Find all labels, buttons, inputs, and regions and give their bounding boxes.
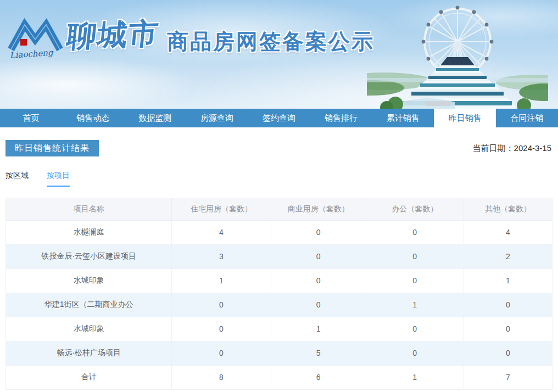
count-cell: 0 [366,244,464,268]
count-cell: 4 [464,220,552,244]
site-banner: Liaocheng 聊城市 商品房网签备案公示 [0,0,558,109]
count-cell: 5 [271,341,366,365]
nav-item-active[interactable]: 昨日销售 [434,109,496,127]
sales-stats-table: 项目名称住宅用房（套数）商业用房（套数）办公（套数）其他（套数） 水樾澜庭400… [5,198,553,390]
nav-item-link[interactable]: 合同注销 [496,109,558,127]
view-tabs: 按区域按项目 [5,171,553,187]
count-cell: 0 [366,268,464,293]
count-cell: 1 [271,317,366,341]
table-row: 水樾澜庭4004 [6,220,553,244]
tab[interactable]: 按区域 [5,171,29,187]
count-cell: 6 [271,365,366,389]
nav-item-link[interactable]: 首页 [0,109,62,127]
count-cell: 4 [172,220,271,244]
column-header: 其他（套数） [464,198,552,220]
count-cell: 0 [464,293,552,317]
count-cell: 0 [172,317,271,341]
count-cell: 0 [271,244,366,268]
current-date-value: 2024-3-15 [514,143,551,153]
column-header: 办公（套数） [366,198,464,220]
count-cell: 0 [366,341,464,365]
project-name-cell: 合计 [6,365,172,389]
project-name-cell: 铁投金辰·云玺小区建设项目 [6,244,172,268]
nav-item-link[interactable]: 销售排行 [310,109,372,127]
column-header: 项目名称 [6,198,172,220]
project-name-cell: 水城印象 [6,268,172,293]
count-cell: 8 [172,365,271,389]
count-cell: 1 [464,268,552,293]
project-name-cell: 水樾澜庭 [6,220,172,244]
column-header: 住宅用房（套数） [172,198,271,220]
main-content: 昨日销售统计结果 当前日期：2024-3-15 按区域按项目 项目名称住宅用房（… [0,140,558,390]
logo-wordmark: Liaocheng [9,47,54,60]
liaocheng-logo-icon: Liaocheng [8,15,64,63]
count-cell: 0 [464,341,552,365]
count-cell: 0 [366,317,464,341]
count-cell: 7 [464,365,552,389]
count-cell: 0 [271,220,366,244]
section-title-badge: 昨日销售统计结果 [5,140,99,156]
nav-item-link[interactable]: 数据监测 [124,109,186,127]
count-cell: 1 [366,293,464,317]
count-cell: 3 [172,244,271,268]
nav-item-link[interactable]: 销售动态 [62,109,124,127]
project-name-cell: 畅远·松桂广场项目 [6,341,172,365]
table-row: 水城印象0100 [6,317,553,341]
table-row: 合计8617 [6,365,553,389]
table-row: 铁投金辰·云玺小区建设项目3002 [6,244,553,268]
count-cell: 0 [271,268,366,293]
count-cell: 2 [464,244,552,268]
count-cell: 0 [172,341,271,365]
count-cell: 0 [271,293,366,317]
main-nav: 首页销售动态数据监测房源查询签约查询销售排行累计销售昨日销售合同注销 [0,109,558,127]
count-cell: 1 [172,268,271,293]
count-cell: 0 [366,220,464,244]
project-name-cell: 华建1街区（二期商业办公 [6,293,172,317]
tab-active[interactable]: 按项目 [47,171,70,187]
site-brand: Liaocheng 聊城市 商品房网签备案公示 [8,15,375,63]
page: Liaocheng 聊城市 商品房网签备案公示 [0,0,558,390]
table-row: 水城印象1001 [6,268,553,293]
section-header: 昨日销售统计结果 当前日期：2024-3-15 [5,140,553,156]
banner-city-name: 聊城市 [65,18,161,51]
count-cell: 0 [464,317,552,341]
table-row: 华建1街区（二期商业办公0010 [6,293,553,317]
table-header: 项目名称住宅用房（套数）商业用房（套数）办公（套数）其他（套数） [6,198,553,220]
column-header: 商业用房（套数） [271,198,366,220]
nav-item-link[interactable]: 累计销售 [372,109,434,127]
nav-item-link[interactable]: 房源查询 [186,109,248,127]
table-body: 水樾澜庭4004铁投金辰·云玺小区建设项目3002水城印象1001华建1街区（二… [6,220,553,389]
count-cell: 1 [366,365,464,389]
landmark-ferris-wheel-image [367,0,548,109]
table-row: 畅远·松桂广场项目0500 [6,341,553,365]
nav-item-link[interactable]: 签约查询 [248,109,310,127]
project-name-cell: 水城印象 [6,317,172,341]
current-date: 当前日期：2024-3-15 [473,143,553,154]
count-cell: 0 [172,293,271,317]
banner-site-title: 商品房网签备案公示 [167,31,375,52]
current-date-label: 当前日期： [473,143,514,153]
